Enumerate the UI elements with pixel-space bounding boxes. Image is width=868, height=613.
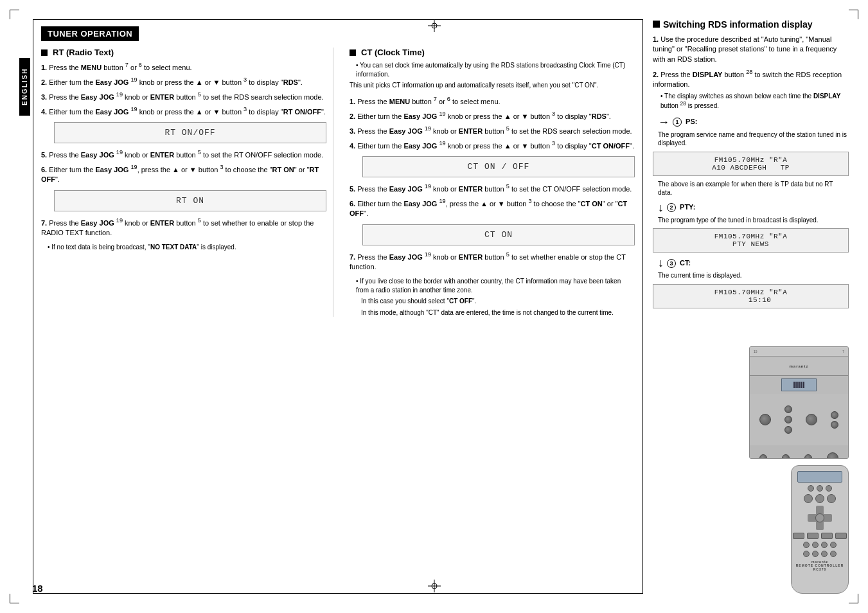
switching-section: Switching RDS information display 1. Use… — [653, 19, 849, 340]
remote-btn-5 — [815, 494, 824, 503]
ct-square-icon — [350, 49, 356, 56]
remote-btn-6 — [827, 494, 836, 503]
ct-note3: In this mode, although "CT" data are ent… — [361, 308, 635, 317]
ct-steps-3: 7. Press the Easy JOG 19 knob or ENTER b… — [350, 251, 635, 272]
columns-layout: RT (Radio Text) 1. Press the MENU button… — [41, 48, 635, 317]
rt-step-4: 4. Either turn the Easy JOG 19 knob or p… — [41, 105, 326, 117]
rt-steps-3: 7. Press the Easy JOG 19 knob or ENTER b… — [41, 217, 326, 238]
ct-step-4: 4. Either turn the Easy JOG 19 knob or p… — [350, 139, 635, 151]
remote-btn-s7 — [821, 551, 828, 557]
crosshair-top — [428, 19, 441, 33]
corner-mark-tr — [849, 10, 858, 19]
bar-3 — [797, 382, 799, 388]
arrow-down-2-icon: ↓ — [658, 256, 664, 270]
remote-logo: marantzREMOTE CONTROLLERRC370 — [796, 560, 844, 571]
remote-diagram: marantzREMOTE CONTROLLERRC370 — [791, 465, 849, 594]
rt-step-7: 7. Press the Easy JOG 19 knob or ENTER b… — [41, 217, 326, 238]
num-15: 15 — [754, 350, 757, 353]
arrow-to-ct: ↓ 3 CT: — [658, 256, 849, 270]
knob-right — [806, 414, 817, 425]
knob-left — [759, 414, 771, 425]
marantz-logo: marantz — [789, 364, 808, 368]
bottom-knob-1 — [759, 454, 767, 459]
receiver-controls — [750, 394, 848, 445]
receiver-diagram: 15 7 marantz — [749, 346, 849, 459]
remote-btn-4 — [804, 494, 813, 503]
remote-row-2 — [804, 494, 836, 503]
corner-mark-tl — [10, 10, 19, 19]
corner-mark-bl — [10, 594, 19, 603]
knob-bot — [784, 426, 792, 434]
rt-note: If no text data is being broadcast, "NO … — [48, 243, 326, 252]
arrow-down-icon: ↓ — [658, 201, 664, 215]
remote-btn-s5 — [803, 551, 810, 557]
switching-step-1: 1. Use the procedure described at "Auto … — [653, 35, 849, 64]
remote-btn-rect-4 — [835, 533, 847, 539]
display-bars — [793, 382, 804, 388]
ct-display-rds: FM105.70MHz "R"A 15:10 — [653, 284, 849, 308]
remote-btn-s1 — [803, 542, 810, 548]
arrow-to-pty: ↓ 2 PTY: — [658, 201, 849, 215]
rt-column: RT (Radio Text) 1. Press the MENU button… — [41, 48, 333, 317]
knob-mid — [784, 416, 792, 423]
ct-intro: You can set clock time automatically by … — [356, 61, 635, 78]
bar-5 — [801, 382, 802, 388]
remote-dpad — [808, 506, 832, 530]
ps-label: 1 PS: — [673, 118, 697, 127]
remote-btn-s2 — [812, 542, 819, 548]
ps-desc: The program service name and frequency o… — [658, 130, 849, 148]
pty-desc: The program type of the tuned in broadca… — [658, 216, 849, 225]
devices-area: 15 7 marantz — [653, 346, 849, 594]
ct-circle: 3 — [667, 259, 676, 268]
remote-row-1 — [808, 485, 832, 492]
pty-circle: 2 — [667, 203, 676, 212]
remote-row-4 — [803, 542, 837, 548]
arrow-right-icon: → — [658, 116, 669, 129]
knob-tl — [831, 411, 838, 419]
ct-note2: In this case you should select "CT OFF". — [361, 297, 635, 306]
switching-step-2: 2. Press the DISPLAY button 28 to switch… — [653, 68, 849, 111]
switching-steps: 1. Use the procedure described at "Auto … — [653, 35, 849, 111]
bar-6 — [803, 382, 804, 388]
dpad-center — [815, 513, 824, 522]
remote-btn-1 — [808, 485, 814, 492]
remote-btn-s8 — [830, 551, 837, 557]
bottom-knob-3 — [804, 454, 812, 459]
ps-display: FM105.70MHz "R"AA10 ABCDEFGH TP — [653, 152, 849, 176]
crosshair-bottom — [428, 580, 441, 594]
remote-btn-rect-3 — [821, 533, 833, 539]
ct-step-1: 1. Press the MENU button 7 or 6 to selec… — [350, 95, 635, 107]
right-panel: Switching RDS information display 1. Use… — [643, 19, 849, 594]
ct-intro2: This unit picks CT information up and au… — [350, 81, 635, 90]
rt-step-2: 2. Either turn the Easy JOG 19 knob or p… — [41, 76, 326, 87]
rt-steps-1: 1. Press the MENU button 7 or 6 to selec… — [41, 61, 326, 117]
receiver-bottom — [750, 445, 848, 459]
bar-1 — [793, 382, 795, 388]
remote-display — [797, 471, 842, 483]
remote-btn-s6 — [812, 551, 819, 557]
bottom-knob-2 — [782, 454, 790, 459]
rt-step-5: 5. Press the Easy JOG 19 knob or ENTER b… — [41, 148, 326, 160]
num-7: 7 — [842, 350, 844, 353]
ps-circle: 1 — [673, 118, 682, 127]
ct-step-3: 3. Press the Easy JOG 19 knob or ENTER b… — [350, 125, 635, 136]
ct-step-2: 2. Either turn the Easy JOG 19 knob or p… — [350, 110, 635, 121]
remote-btn-rect-2 — [807, 533, 819, 539]
receiver-display — [781, 378, 817, 391]
rt-title: RT (Radio Text) — [41, 48, 326, 57]
instructions-wrapper: TUNER OPERATION RT (Radio Text) 1. Press… — [33, 19, 643, 594]
pty-label: 2 PTY: — [667, 203, 695, 212]
rt-square-icon — [41, 49, 48, 56]
ct-desc: The current time is displayed. — [658, 271, 849, 280]
ct-display-2: CT ON — [362, 224, 635, 245]
rt-step-3: 3. Press the Easy JOG 19 knob or ENTER b… — [41, 91, 326, 102]
rt-display-2: RT ON — [54, 190, 326, 211]
remote-btn-2 — [817, 485, 823, 492]
remote-btn-s3 — [821, 542, 828, 548]
knob-bl — [831, 421, 838, 429]
remote-btn-s4 — [830, 542, 837, 548]
remote-row-5 — [803, 551, 837, 557]
remote-row-3 — [793, 533, 847, 539]
bar-2 — [795, 382, 797, 388]
ct-column: CT (Clock Time) You can set clock time a… — [346, 48, 635, 317]
